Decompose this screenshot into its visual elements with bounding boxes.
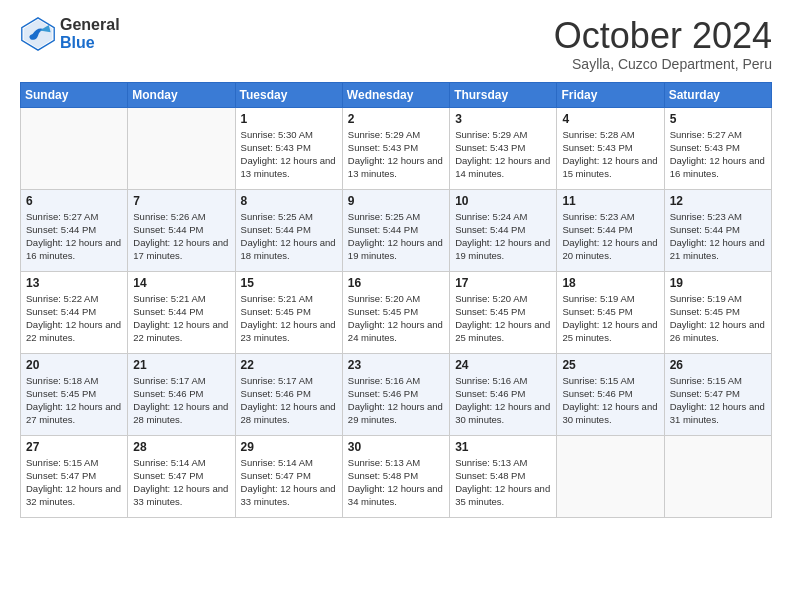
sunrise-text: Sunrise: 5:17 AM	[133, 374, 229, 387]
daylight-text: Daylight: 12 hours and 35 minutes.	[455, 482, 551, 509]
day-number: 5	[670, 112, 766, 126]
month-title: October 2024	[554, 16, 772, 56]
sunset-text: Sunset: 5:44 PM	[241, 223, 337, 236]
day-info: Sunrise: 5:24 AM Sunset: 5:44 PM Dayligh…	[455, 210, 551, 263]
daylight-text: Daylight: 12 hours and 16 minutes.	[26, 236, 122, 263]
calendar-header-row: Sunday Monday Tuesday Wednesday Thursday…	[21, 82, 772, 107]
day-info: Sunrise: 5:16 AM Sunset: 5:46 PM Dayligh…	[348, 374, 444, 427]
sunset-text: Sunset: 5:45 PM	[562, 305, 658, 318]
day-number: 31	[455, 440, 551, 454]
sunrise-text: Sunrise: 5:26 AM	[133, 210, 229, 223]
daylight-text: Daylight: 12 hours and 14 minutes.	[455, 154, 551, 181]
day-info: Sunrise: 5:19 AM Sunset: 5:45 PM Dayligh…	[670, 292, 766, 345]
day-info: Sunrise: 5:27 AM Sunset: 5:44 PM Dayligh…	[26, 210, 122, 263]
sunset-text: Sunset: 5:44 PM	[26, 223, 122, 236]
sunset-text: Sunset: 5:43 PM	[455, 141, 551, 154]
sunset-text: Sunset: 5:43 PM	[670, 141, 766, 154]
sunrise-text: Sunrise: 5:23 AM	[670, 210, 766, 223]
sunrise-text: Sunrise: 5:25 AM	[348, 210, 444, 223]
day-number: 25	[562, 358, 658, 372]
calendar-cell: 19 Sunrise: 5:19 AM Sunset: 5:45 PM Dayl…	[664, 271, 771, 353]
day-number: 18	[562, 276, 658, 290]
sunset-text: Sunset: 5:44 PM	[670, 223, 766, 236]
calendar-cell	[664, 435, 771, 517]
calendar-cell: 4 Sunrise: 5:28 AM Sunset: 5:43 PM Dayli…	[557, 107, 664, 189]
daylight-text: Daylight: 12 hours and 17 minutes.	[133, 236, 229, 263]
calendar-cell: 12 Sunrise: 5:23 AM Sunset: 5:44 PM Dayl…	[664, 189, 771, 271]
day-number: 20	[26, 358, 122, 372]
sunset-text: Sunset: 5:47 PM	[133, 469, 229, 482]
day-info: Sunrise: 5:30 AM Sunset: 5:43 PM Dayligh…	[241, 128, 337, 181]
day-number: 11	[562, 194, 658, 208]
sunrise-text: Sunrise: 5:15 AM	[26, 456, 122, 469]
daylight-text: Daylight: 12 hours and 23 minutes.	[241, 318, 337, 345]
sunset-text: Sunset: 5:45 PM	[26, 387, 122, 400]
logo-general-text: General	[60, 16, 120, 34]
calendar-week-row: 6 Sunrise: 5:27 AM Sunset: 5:44 PM Dayli…	[21, 189, 772, 271]
daylight-text: Daylight: 12 hours and 24 minutes.	[348, 318, 444, 345]
page: General Blue October 2024 Saylla, Cuzco …	[0, 0, 792, 612]
calendar-cell: 30 Sunrise: 5:13 AM Sunset: 5:48 PM Dayl…	[342, 435, 449, 517]
sunset-text: Sunset: 5:44 PM	[455, 223, 551, 236]
sunset-text: Sunset: 5:45 PM	[455, 305, 551, 318]
sunrise-text: Sunrise: 5:23 AM	[562, 210, 658, 223]
calendar-cell: 7 Sunrise: 5:26 AM Sunset: 5:44 PM Dayli…	[128, 189, 235, 271]
day-info: Sunrise: 5:20 AM Sunset: 5:45 PM Dayligh…	[455, 292, 551, 345]
daylight-text: Daylight: 12 hours and 26 minutes.	[670, 318, 766, 345]
sunset-text: Sunset: 5:48 PM	[455, 469, 551, 482]
sunrise-text: Sunrise: 5:15 AM	[670, 374, 766, 387]
daylight-text: Daylight: 12 hours and 16 minutes.	[670, 154, 766, 181]
sunset-text: Sunset: 5:44 PM	[26, 305, 122, 318]
day-number: 15	[241, 276, 337, 290]
day-info: Sunrise: 5:21 AM Sunset: 5:45 PM Dayligh…	[241, 292, 337, 345]
daylight-text: Daylight: 12 hours and 30 minutes.	[455, 400, 551, 427]
day-number: 24	[455, 358, 551, 372]
location-subtitle: Saylla, Cuzco Department, Peru	[554, 56, 772, 72]
calendar-week-row: 27 Sunrise: 5:15 AM Sunset: 5:47 PM Dayl…	[21, 435, 772, 517]
calendar-cell: 3 Sunrise: 5:29 AM Sunset: 5:43 PM Dayli…	[450, 107, 557, 189]
sunrise-text: Sunrise: 5:14 AM	[133, 456, 229, 469]
sunset-text: Sunset: 5:45 PM	[241, 305, 337, 318]
day-info: Sunrise: 5:23 AM Sunset: 5:44 PM Dayligh…	[562, 210, 658, 263]
day-info: Sunrise: 5:29 AM Sunset: 5:43 PM Dayligh…	[348, 128, 444, 181]
daylight-text: Daylight: 12 hours and 19 minutes.	[455, 236, 551, 263]
day-number: 14	[133, 276, 229, 290]
calendar-cell: 18 Sunrise: 5:19 AM Sunset: 5:45 PM Dayl…	[557, 271, 664, 353]
sunrise-text: Sunrise: 5:20 AM	[455, 292, 551, 305]
day-info: Sunrise: 5:27 AM Sunset: 5:43 PM Dayligh…	[670, 128, 766, 181]
sunset-text: Sunset: 5:43 PM	[562, 141, 658, 154]
day-number: 3	[455, 112, 551, 126]
daylight-text: Daylight: 12 hours and 33 minutes.	[241, 482, 337, 509]
day-number: 26	[670, 358, 766, 372]
day-number: 8	[241, 194, 337, 208]
daylight-text: Daylight: 12 hours and 15 minutes.	[562, 154, 658, 181]
sunrise-text: Sunrise: 5:30 AM	[241, 128, 337, 141]
day-number: 13	[26, 276, 122, 290]
day-info: Sunrise: 5:17 AM Sunset: 5:46 PM Dayligh…	[133, 374, 229, 427]
day-number: 7	[133, 194, 229, 208]
daylight-text: Daylight: 12 hours and 21 minutes.	[670, 236, 766, 263]
day-info: Sunrise: 5:26 AM Sunset: 5:44 PM Dayligh…	[133, 210, 229, 263]
daylight-text: Daylight: 12 hours and 34 minutes.	[348, 482, 444, 509]
day-info: Sunrise: 5:14 AM Sunset: 5:47 PM Dayligh…	[241, 456, 337, 509]
calendar-week-row: 1 Sunrise: 5:30 AM Sunset: 5:43 PM Dayli…	[21, 107, 772, 189]
sunrise-text: Sunrise: 5:13 AM	[348, 456, 444, 469]
sunrise-text: Sunrise: 5:16 AM	[455, 374, 551, 387]
day-info: Sunrise: 5:15 AM Sunset: 5:47 PM Dayligh…	[26, 456, 122, 509]
sunset-text: Sunset: 5:44 PM	[133, 305, 229, 318]
day-number: 10	[455, 194, 551, 208]
calendar-cell	[128, 107, 235, 189]
calendar-cell: 20 Sunrise: 5:18 AM Sunset: 5:45 PM Dayl…	[21, 353, 128, 435]
sunset-text: Sunset: 5:44 PM	[133, 223, 229, 236]
day-info: Sunrise: 5:19 AM Sunset: 5:45 PM Dayligh…	[562, 292, 658, 345]
sunset-text: Sunset: 5:46 PM	[455, 387, 551, 400]
calendar-cell: 28 Sunrise: 5:14 AM Sunset: 5:47 PM Dayl…	[128, 435, 235, 517]
calendar-cell: 13 Sunrise: 5:22 AM Sunset: 5:44 PM Dayl…	[21, 271, 128, 353]
sunset-text: Sunset: 5:44 PM	[348, 223, 444, 236]
calendar-cell: 27 Sunrise: 5:15 AM Sunset: 5:47 PM Dayl…	[21, 435, 128, 517]
sunrise-text: Sunrise: 5:14 AM	[241, 456, 337, 469]
day-info: Sunrise: 5:15 AM Sunset: 5:46 PM Dayligh…	[562, 374, 658, 427]
day-info: Sunrise: 5:17 AM Sunset: 5:46 PM Dayligh…	[241, 374, 337, 427]
daylight-text: Daylight: 12 hours and 33 minutes.	[133, 482, 229, 509]
daylight-text: Daylight: 12 hours and 20 minutes.	[562, 236, 658, 263]
